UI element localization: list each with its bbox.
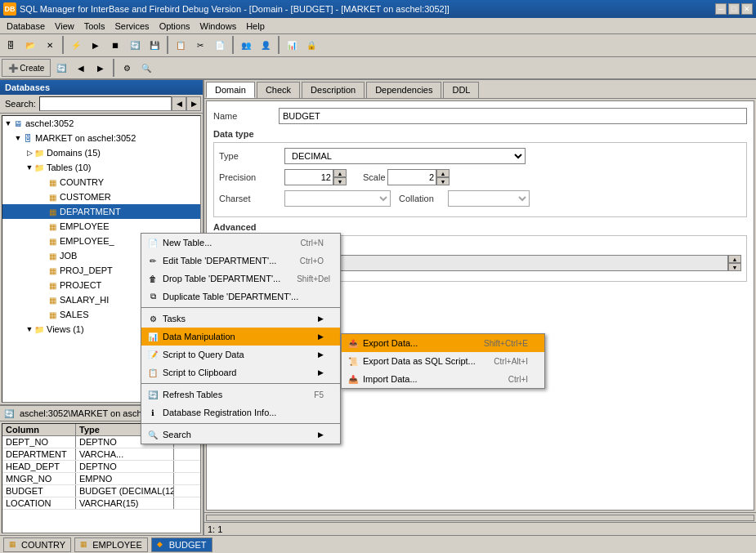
table-row[interactable]: DEPARTMENT VARCHA...: [2, 448, 200, 461]
menu-view[interactable]: View: [50, 20, 79, 33]
tb-btn1[interactable]: ⚡: [67, 36, 85, 54]
tb-btn4[interactable]: 🔄: [126, 36, 144, 54]
maximize-button[interactable]: □: [728, 3, 740, 15]
tree-item-department[interactable]: ▷ ▦ DEPARTMENT: [2, 204, 200, 219]
status-tab-employee[interactable]: ▦ EMPLOYEE: [74, 537, 148, 552]
precision-input[interactable]: [284, 169, 333, 185]
drop-table-shortcut: Shift+Del: [297, 274, 330, 283]
tb-btn8[interactable]: 📄: [211, 36, 229, 54]
search-next-button[interactable]: ▶: [186, 96, 201, 111]
tab-domain[interactable]: Domain: [206, 82, 255, 98]
collation-select[interactable]: [448, 190, 530, 207]
toggle-views[interactable]: ▼: [25, 325, 34, 333]
tree-item-database[interactable]: ▼ 🗄 MARKET on aschel:3052: [2, 131, 200, 145]
tree-item-country[interactable]: ▷ ▦ COUNTRY: [2, 175, 200, 190]
minimize-button[interactable]: ─: [715, 3, 727, 15]
tree-item-customer[interactable]: ▷ ▦ CUSTOMER: [2, 190, 200, 204]
ctx-drop-table[interactable]: 🗑 Drop Table 'DEPARTMENT'... Shift+Del: [141, 270, 340, 288]
table-row[interactable]: BUDGET BUDGET (DECIMAL(12...: [2, 485, 200, 497]
menu-database[interactable]: Database: [2, 20, 50, 33]
tree-item-employee[interactable]: ▷ ▦ EMPLOYEE: [2, 219, 200, 234]
tb2-nav1[interactable]: ◀: [72, 59, 90, 77]
tb2-b1[interactable]: ⚙: [118, 59, 136, 77]
status-tab-budget[interactable]: ◆ BUDGET: [151, 537, 212, 552]
database-icon: 🗄: [22, 132, 34, 144]
horizontal-scrollbar[interactable]: [206, 515, 754, 521]
menu-services[interactable]: Services: [110, 20, 154, 33]
status-tab-employee-label: EMPLOYEE: [92, 540, 142, 550]
precision-up[interactable]: ▲: [333, 169, 347, 177]
tree-item-tables[interactable]: ▼ 📁 Tables (10): [2, 160, 200, 175]
tree-item-domains[interactable]: ▷ 📁 Domains (15): [2, 145, 200, 160]
tb-btn6[interactable]: 📋: [172, 36, 190, 54]
ctx-script-clipboard[interactable]: 📋 Script to Clipboard ▶: [141, 363, 340, 381]
tab-check[interactable]: Check: [257, 82, 300, 98]
ctx-script-query[interactable]: 📝 Script to Query Data ▶: [141, 346, 340, 363]
tb2-create[interactable]: ➕ Create: [2, 59, 51, 77]
scale-down[interactable]: ▼: [436, 177, 450, 185]
tb2-b2[interactable]: 🔍: [137, 59, 155, 77]
ctx-new-table[interactable]: 📄 New Table... Ctrl+N: [141, 234, 340, 252]
precision-down[interactable]: ▼: [333, 177, 347, 185]
status-tab-budget-label: BUDGET: [169, 540, 207, 550]
script-query-arrow: ▶: [318, 350, 324, 359]
sub-import-data[interactable]: 📥 Import Data... Ctrl+I: [342, 370, 544, 388]
refresh-icon[interactable]: 🔄: [3, 408, 15, 419]
tb2-nav2[interactable]: ▶: [92, 59, 110, 77]
charset-collation-row: Charset Collation: [219, 190, 741, 207]
tb-open-db[interactable]: 📂: [21, 36, 39, 54]
tb-btn3[interactable]: ⏹: [106, 36, 124, 54]
ctx-duplicate-table[interactable]: ⧉ Duplicate Table 'DEPARTMENT'...: [141, 288, 340, 305]
tab-dependencies[interactable]: Dependencies: [366, 82, 441, 98]
tb-users[interactable]: 👥: [237, 36, 255, 54]
scroll-area: [204, 512, 756, 522]
toggle-database[interactable]: ▼: [14, 134, 22, 142]
menu-tools[interactable]: Tools: [79, 20, 110, 33]
scale-up[interactable]: ▲: [436, 169, 450, 177]
tb-user[interactable]: 👤: [257, 36, 275, 54]
tab-description[interactable]: Description: [302, 82, 365, 98]
tab-ddl[interactable]: DDL: [443, 82, 479, 98]
menu-options[interactable]: Options: [154, 20, 195, 33]
type-select[interactable]: DECIMAL: [284, 148, 526, 164]
ctx-refresh-tables[interactable]: 🔄 Refresh Tables F5: [141, 386, 340, 404]
tb2-refresh[interactable]: 🔄: [52, 59, 70, 77]
default-scroll-up[interactable]: ▲: [728, 255, 741, 263]
export-sql-shortcut: Ctrl+Alt+I: [494, 357, 528, 366]
name-input[interactable]: [279, 108, 747, 124]
default-scroll-down[interactable]: ▼: [728, 263, 741, 271]
tree-item-server[interactable]: ▼ 🖥 aschel:3052: [2, 116, 200, 131]
toggle-server[interactable]: ▼: [4, 119, 12, 127]
sub-export-data[interactable]: 📤 Export Data... Shift+Ctrl+E: [342, 334, 544, 352]
tb-new-db[interactable]: 🗄: [2, 36, 20, 54]
employee-table-icon: ▦: [47, 221, 58, 232]
tb-btn5[interactable]: 💾: [145, 36, 163, 54]
search-input[interactable]: [39, 96, 172, 111]
search-prev-button[interactable]: ◀: [172, 96, 186, 111]
salary-table-icon: ▦: [47, 294, 58, 305]
toggle-domains[interactable]: ▷: [25, 149, 34, 157]
tb-btn2[interactable]: ▶: [87, 36, 105, 54]
toggle-tables[interactable]: ▼: [25, 163, 34, 172]
status-tab-country[interactable]: ▦ COUNTRY: [3, 537, 71, 552]
menu-help[interactable]: Help: [241, 20, 270, 33]
export-data-shortcut: Shift+Ctrl+E: [484, 339, 528, 348]
ctx-edit-table[interactable]: ✏ Edit Table 'DEPARTMENT'... Ctrl+O: [141, 252, 340, 270]
sub-export-sql[interactable]: 📜 Export Data as SQL Script... Ctrl+Alt+…: [342, 352, 544, 370]
scale-input[interactable]: [387, 169, 436, 185]
menu-windows[interactable]: Windows: [195, 20, 242, 33]
table-row[interactable]: LOCATION VARCHAR(15): [2, 497, 200, 510]
close-button[interactable]: ✕: [741, 3, 753, 15]
charset-select[interactable]: [284, 190, 391, 207]
tb-btn7[interactable]: ✂: [191, 36, 209, 54]
tb-chart[interactable]: 📊: [283, 36, 301, 54]
ctx-search[interactable]: 🔍 Search ▶: [141, 426, 340, 444]
ctx-tasks[interactable]: ⚙ Tasks ▶: [141, 310, 340, 328]
drop-table-icon: 🗑: [146, 272, 159, 285]
tb-close-db[interactable]: ✕: [41, 36, 59, 54]
ctx-data-manipulation[interactable]: 📊 Data Manipulation ▶: [141, 328, 340, 346]
table-row[interactable]: HEAD_DEPT DEPTNO: [2, 461, 200, 473]
table-row[interactable]: MNGR_NO EMPNO: [2, 473, 200, 485]
ctx-db-reg-info[interactable]: ℹ Database Registration Info...: [141, 404, 340, 421]
tb-lock[interactable]: 🔒: [302, 36, 320, 54]
